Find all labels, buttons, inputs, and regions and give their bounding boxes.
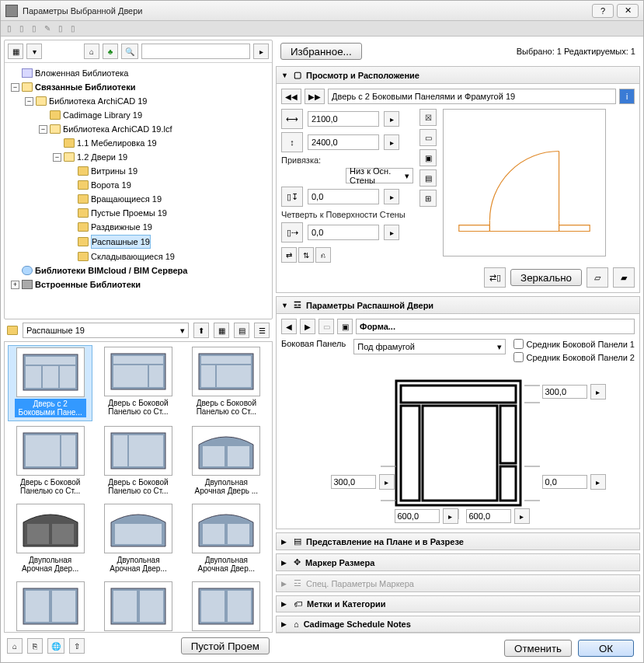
tree-item[interactable]: Связанные Библиотеки — [35, 81, 135, 93]
tree-item[interactable]: Вращающиеся 19 — [91, 193, 162, 205]
height-step[interactable]: ▸ — [384, 134, 399, 150]
sl-step[interactable]: ▸ — [379, 474, 395, 490]
gallery-item[interactable]: Двупольная Арочная Дверь ... — [184, 424, 269, 499]
bl-step[interactable]: ▸ — [443, 508, 458, 524]
search-input[interactable] — [141, 44, 250, 59]
tool-icon-3[interactable]: 🌐 — [47, 638, 64, 654]
prev-object-button[interactable]: ◀◀ — [281, 89, 301, 104]
reveal-input[interactable] — [308, 225, 379, 240]
preview-mode-2[interactable]: ▭ — [419, 129, 437, 146]
preview-mode-4[interactable]: ▤ — [419, 169, 437, 187]
tree-item[interactable]: Раздвижные 19 — [91, 221, 152, 233]
gallery-item[interactable]: Двупольная Арочная Двер... — [96, 502, 180, 577]
view-mode-1[interactable]: ▦ — [8, 44, 23, 59]
width-step[interactable]: ▸ — [384, 111, 399, 127]
tree-item[interactable]: Библиотека ArchiCAD 19 — [49, 95, 147, 107]
br-step[interactable]: ▸ — [514, 508, 530, 524]
help-button[interactable]: ? — [592, 4, 614, 18]
tab-icon[interactable]: ▣ — [337, 319, 353, 334]
height-input[interactable] — [308, 134, 379, 150]
gallery-item[interactable]: Двупольная — [184, 580, 269, 633]
view-large-icon[interactable]: ▦ — [214, 323, 229, 338]
preview-mode-5[interactable]: ⊞ — [419, 190, 437, 207]
info-icon[interactable]: i — [619, 89, 635, 104]
tab-next[interactable]: ▶ — [300, 319, 315, 334]
up-folder-button[interactable]: ⬆ — [193, 323, 209, 338]
tool-icon-4[interactable]: ⇧ — [69, 638, 85, 654]
gallery-item[interactable]: Двупольная — [96, 580, 180, 633]
transom-input[interactable] — [542, 385, 587, 399]
view-mode-2[interactable]: ▾ — [26, 44, 42, 59]
tree-item-selected[interactable]: Распашные 19 — [91, 235, 151, 249]
tool-icon-2[interactable]: ⎘ — [27, 638, 43, 654]
section-cadimage-header[interactable]: ▶⌂Cadimage Schedule Notes — [276, 616, 640, 633]
tree-item[interactable]: 1.1 Мебелировка 19 — [77, 137, 157, 149]
anchor-input[interactable] — [308, 189, 379, 204]
tree-item[interactable]: Библиотека ArchiCAD 19.lcf — [63, 123, 172, 135]
mirror-button[interactable]: Зеркально — [510, 269, 582, 286]
tree-item[interactable]: Ворота 19 — [91, 179, 131, 191]
tool-icon-1[interactable]: ⌂ — [7, 638, 23, 654]
mullion2-check[interactable]: Средник Боковой Панели 2 — [513, 352, 635, 362]
filter-icon-2[interactable]: ♣ — [103, 44, 118, 59]
gallery-item[interactable]: Двупольная Арочная Двер... — [184, 502, 269, 577]
side-icon-2[interactable]: ▰ — [613, 267, 635, 288]
gallery-item[interactable]: Двупольная — [8, 580, 92, 633]
folder-combo[interactable]: Распашные 19▾ — [23, 323, 189, 338]
close-button[interactable]: ✕ — [617, 4, 639, 18]
view-small-icon[interactable]: ▤ — [234, 323, 249, 338]
anchor-combo[interactable]: Низ к Осн. Стены▾ — [346, 168, 413, 183]
section-tags-header[interactable]: ▶🏷Метки и Категории — [276, 595, 640, 612]
bottom-right-input[interactable] — [466, 509, 511, 523]
transom-step[interactable]: ▸ — [590, 384, 606, 400]
reveal-step[interactable]: ▸ — [384, 225, 399, 240]
width-input[interactable] — [308, 111, 379, 127]
anchor-step[interactable]: ▸ — [384, 189, 399, 204]
object-gallery[interactable]: Дверь с 2 Боковыми Пане...Дверь с Боково… — [4, 341, 273, 633]
search-go[interactable]: ▸ — [253, 44, 269, 59]
side-left-input[interactable] — [331, 475, 376, 489]
form-tab[interactable]: Форма... — [356, 319, 635, 334]
gallery-item[interactable]: Двупольная Арочная Двер... — [8, 502, 92, 577]
tree-item[interactable]: Витрины 19 — [91, 165, 138, 177]
filter-icon-1[interactable]: ⌂ — [84, 44, 99, 59]
mullion1-check[interactable]: Средник Боковой Панели 1 — [513, 339, 635, 349]
tree-item[interactable]: Встроенные Библиотеки — [35, 278, 141, 291]
link-icon-1[interactable]: ⇄ — [281, 247, 297, 263]
section-plan-header[interactable]: ▶▤Представление на Плане и в Разрезе — [276, 532, 640, 550]
preview-mode-3[interactable]: ▣ — [419, 149, 437, 166]
ok-button[interactable]: ОК — [578, 640, 634, 657]
cancel-button[interactable]: Отменить — [504, 640, 572, 657]
tree-item[interactable]: 1.2 Двери 19 — [77, 151, 127, 163]
preview-mode-1[interactable]: ☒ — [419, 109, 437, 126]
gallery-item[interactable]: Дверь с Боковой Панелью со Ст... — [184, 345, 269, 421]
next-object-button[interactable]: ▶▶ — [305, 89, 325, 104]
link-icon-3[interactable]: ⎌ — [315, 247, 331, 263]
flip-icon[interactable]: ⇄▯ — [484, 267, 506, 288]
tree-item[interactable]: Cadimage Library 19 — [63, 109, 142, 121]
gallery-item[interactable]: Дверь с Боковой Панелью со Ст... — [96, 424, 180, 499]
gallery-item[interactable]: Дверь с Боковой Панелью со Ст... — [8, 424, 92, 499]
library-tree[interactable]: Вложенная Библиотека −Связанные Библиоте… — [5, 63, 272, 319]
link-icon-2[interactable]: ⇅ — [298, 247, 314, 263]
side-panel-combo[interactable]: Под фрамугой▾ — [353, 339, 505, 354]
gallery-item[interactable]: Дверь с 2 Боковыми Пане... — [8, 345, 92, 421]
favorites-button[interactable]: Избранное... — [280, 43, 362, 60]
bottom-left-input[interactable] — [395, 509, 440, 523]
tree-item[interactable]: Пустые Проемы 19 — [91, 207, 167, 219]
view-list-icon[interactable]: ☰ — [254, 323, 270, 338]
section-marker-header[interactable]: ▶✥Маркер Размера — [276, 553, 640, 571]
search-icon[interactable]: 🔍 — [121, 44, 138, 59]
section-preview-header[interactable]: ▼ ▢ Просмотр и Расположение — [276, 66, 640, 84]
tree-item[interactable]: Вложенная Библиотека — [35, 67, 128, 79]
tree-item[interactable]: Складывающиеся 19 — [91, 250, 175, 263]
section-params-header[interactable]: ▼ ☲ Параметры Распашной Двери — [276, 296, 640, 314]
side-icon-1[interactable]: ▱ — [587, 267, 608, 288]
gallery-item[interactable]: Дверь с Боковой Панелью со Ст... — [96, 345, 180, 421]
sr-step[interactable]: ▸ — [590, 474, 606, 490]
empty-opening-button[interactable]: Пустой Проем — [181, 637, 270, 654]
side-right-input[interactable] — [542, 475, 587, 489]
tree-item[interactable]: Библиотеки BIMcloud / BIM Сервера — [35, 264, 187, 277]
tab-prev[interactable]: ◀ — [281, 319, 297, 334]
collapse-icon[interactable]: − — [11, 83, 19, 92]
